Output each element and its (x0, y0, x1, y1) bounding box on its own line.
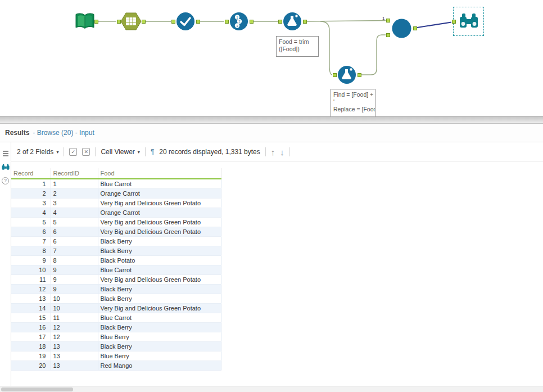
cell-viewer-dropdown[interactable]: Cell Viewer ▾ (101, 148, 139, 156)
table-row[interactable]: 6 6 Very Big and Delicious Green Potato (11, 227, 221, 236)
scroll-up-icon[interactable]: ↑ (271, 148, 275, 156)
table-row[interactable]: 19 13 Blue Berry (11, 351, 221, 361)
output-anchor[interactable] (413, 26, 417, 30)
input-anchor[interactable] (333, 73, 337, 77)
annotation-line: ' (333, 98, 373, 106)
checkmark-icon (175, 11, 196, 31)
input-anchor[interactable] (278, 20, 282, 24)
table-row[interactable]: 13 10 Black Berry (11, 294, 221, 303)
table-row[interactable]: 3 3 Very Big and Delicious Green Potato (11, 198, 221, 208)
output-anchor[interactable] (196, 20, 200, 24)
browse-input-anchor[interactable] (452, 20, 456, 24)
formula1-annotation[interactable]: Food = trim ([Food]) (276, 36, 319, 57)
column-header-record[interactable]: Record (11, 168, 51, 179)
cell-recordid: 8 (51, 255, 98, 265)
table-row[interactable]: 1 1 Blue Carrot (11, 179, 221, 188)
cell-record: 12 (11, 284, 51, 294)
metadata-list-icon[interactable] (2, 150, 10, 157)
cell-record: 9 (11, 255, 51, 265)
cell-recordid: 4 (51, 208, 98, 217)
record-id-icon: 1 2 3 (229, 11, 249, 31)
select-tool[interactable] (175, 11, 196, 34)
cancel-edits-icon[interactable]: ✕ (82, 148, 90, 156)
output-anchor[interactable] (303, 20, 307, 24)
input-data-tool[interactable] (74, 12, 96, 33)
cell-food: Black Potato (98, 255, 221, 265)
formula-tool-1[interactable] (282, 11, 302, 34)
cell-record: 11 (11, 274, 51, 284)
table-row[interactable]: 4 4 Orange Carrot (11, 208, 221, 217)
formula-tool-2[interactable] (337, 65, 357, 87)
cell-food: Black Berry (98, 294, 221, 303)
table-row[interactable]: 16 12 Black Berry (11, 322, 221, 332)
chevron-down-icon: ▾ (138, 150, 140, 155)
browse-tool[interactable] (459, 12, 479, 33)
find-replace-find-anchor[interactable] (386, 19, 390, 22)
cell-recordid: 6 (51, 236, 98, 246)
browse-data-icon[interactable] (2, 163, 10, 171)
help-icon[interactable]: ? (2, 177, 10, 184)
table-row[interactable]: 9 8 Black Potato (11, 255, 221, 265)
toolbar-divider (95, 147, 96, 156)
cell-recordid: 13 (51, 341, 98, 351)
cell-recordid: 5 (51, 217, 98, 227)
table-row[interactable]: 8 7 Black Berry (11, 246, 221, 255)
table-row[interactable]: 15 11 Blue Carrot (11, 313, 221, 322)
input-anchor[interactable] (117, 20, 121, 24)
find-replace-tool[interactable] (391, 18, 412, 41)
text-input-icon (120, 12, 142, 31)
cell-food: Very Big and Delicious Green Potato (98, 227, 221, 236)
output-anchor[interactable] (250, 20, 254, 24)
table-row[interactable]: 18 13 Black Berry (11, 341, 221, 351)
panel-splitter[interactable] (0, 116, 543, 123)
output-anchor[interactable] (142, 20, 146, 24)
column-header-recordid[interactable]: RecordID (51, 168, 98, 179)
apply-edits-icon[interactable]: ✓ (69, 148, 77, 156)
input-anchor[interactable] (171, 20, 175, 24)
cell-food: Black Berry (98, 284, 221, 294)
records-info: 20 records displayed, 1,331 bytes (159, 148, 260, 156)
formula2-annotation[interactable]: Find = [Food] + ' ' Replace = [Food] (331, 89, 375, 116)
input-anchor[interactable] (225, 20, 229, 24)
table-row[interactable]: 2 2 Orange Carrot (11, 188, 221, 198)
cell-food: Very Big and Delicious Green Potato (98, 217, 221, 227)
cell-recordid: 9 (51, 265, 98, 274)
show-whitespace-icon[interactable]: ¶ (151, 148, 154, 156)
workflow-canvas[interactable]: 1 2 3 (0, 0, 543, 116)
output-anchor[interactable] (94, 20, 98, 24)
record-id-tool[interactable]: 1 2 3 (229, 11, 249, 34)
output-anchor[interactable] (358, 73, 361, 77)
cell-food: Orange Carrot (98, 188, 221, 198)
toolbar-divider (145, 147, 146, 156)
results-title: Results (5, 129, 29, 137)
scrollbar-thumb[interactable] (1, 388, 73, 391)
toolbar-divider (265, 147, 266, 156)
table-row[interactable]: 12 9 Black Berry (11, 284, 221, 294)
find-replace-replace-anchor[interactable] (386, 33, 390, 37)
table-row[interactable]: 10 9 Blue Carrot (11, 265, 221, 274)
cell-food: Blue Carrot (98, 179, 221, 188)
cell-record: 13 (11, 294, 51, 303)
fields-dropdown[interactable]: 2 of 2 Fields ▾ (17, 148, 58, 156)
results-header: Results - Browse (20) - Input (0, 124, 543, 142)
annotation-line: Find = [Food] + ' (333, 91, 373, 98)
cell-record: 19 (11, 351, 51, 361)
table-row[interactable]: 11 9 Very Big and Delicious Green Potato (11, 274, 221, 284)
cell-recordid: 3 (51, 198, 98, 208)
horizontal-scrollbar[interactable] (0, 386, 543, 392)
column-header-food[interactable]: Food (98, 168, 221, 179)
results-table: Record RecordID Food 1 1 Blue Carrot 2 2… (11, 168, 221, 371)
cell-recordid: 10 (51, 294, 98, 303)
cell-record: 4 (11, 208, 51, 217)
results-panel: Results - Browse (20) - Input (0, 123, 543, 392)
table-row[interactable]: 5 5 Very Big and Delicious Green Potato (11, 217, 221, 227)
connection-number-label: 1 (382, 16, 384, 21)
formula-flask-icon (337, 65, 357, 85)
table-row[interactable]: 14 10 Very Big and Delicious Green Potat… (11, 303, 221, 313)
table-row[interactable]: 7 6 Black Berry (11, 236, 221, 246)
table-row[interactable]: 17 12 Blue Berry (11, 332, 221, 341)
scroll-down-icon[interactable]: ↓ (280, 148, 284, 156)
cell-recordid: 9 (51, 284, 98, 294)
text-input-tool[interactable] (120, 12, 142, 33)
table-row[interactable]: 20 13 Red Mango (11, 361, 221, 370)
